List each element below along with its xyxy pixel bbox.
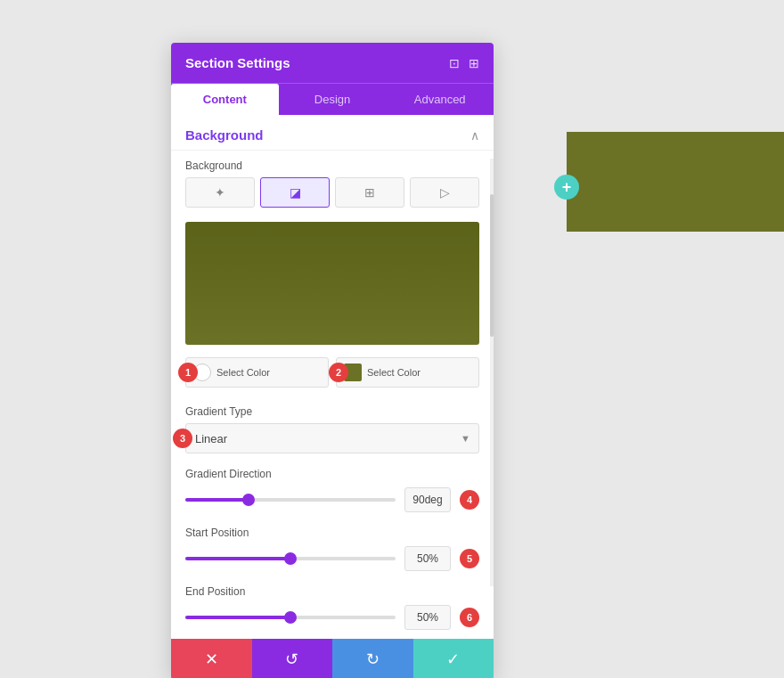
- gradient-direction-row: 90deg 4: [185, 487, 479, 512]
- action-bar: ✕ ↺ ↻ ✓: [171, 639, 494, 678]
- section-settings-panel: Section Settings ⊡ ⊞ Content Design Adva…: [171, 43, 494, 678]
- color2-badge: 2: [329, 363, 348, 382]
- gradient-preview: [185, 222, 479, 345]
- end-position-thumb[interactable]: [284, 611, 297, 624]
- tabs-bar: Content Design Advanced: [171, 83, 494, 115]
- canvas-preview: [567, 132, 784, 232]
- scroll-indicator: [490, 159, 494, 586]
- color1-select-button[interactable]: Select Color: [185, 357, 329, 388]
- bg-type-image[interactable]: ⊞: [335, 177, 404, 208]
- redo-button[interactable]: ↻: [332, 639, 413, 678]
- add-section-button[interactable]: +: [554, 175, 579, 200]
- end-position-value[interactable]: 50%: [404, 605, 451, 630]
- background-section-heading: Background ∧: [171, 115, 494, 151]
- gradient-direction-fill: [185, 498, 249, 502]
- gradient-direction-badge: 4: [460, 490, 479, 510]
- gradient-type-select[interactable]: Linear Radial: [185, 423, 479, 453]
- start-position-track[interactable]: [185, 557, 396, 560]
- tab-design[interactable]: Design: [279, 84, 387, 115]
- start-position-badge: 5: [460, 549, 479, 568]
- expand-icon[interactable]: ⊡: [449, 56, 460, 70]
- end-position-badge: 6: [460, 608, 479, 627]
- panel-title: Section Settings: [185, 55, 290, 70]
- color2-select-button[interactable]: Select Color: [336, 357, 479, 388]
- start-position-thumb[interactable]: [284, 552, 297, 565]
- bg-type-gradient[interactable]: ◪: [260, 177, 330, 208]
- color-selectors-row: 1 Select Color 2 Select Color: [171, 357, 494, 400]
- background-label: Background: [171, 151, 494, 177]
- gradient-type-badge: 3: [173, 429, 192, 448]
- gradient-direction-track[interactable]: [185, 498, 396, 502]
- sidebar-icon[interactable]: ⊞: [469, 56, 479, 70]
- bg-type-row: ✦ ◪ ⊞ ▷: [171, 177, 494, 216]
- background-section-title: Background: [185, 127, 264, 143]
- start-position-fill: [185, 557, 290, 560]
- gradient-direction-value[interactable]: 90deg: [404, 487, 451, 512]
- color1-label: Select Color: [216, 367, 270, 378]
- panel-body: Background ∧ Background ✦ ◪ ⊞ ▷ 1 Select…: [171, 115, 494, 678]
- start-position-value[interactable]: 50%: [404, 546, 451, 571]
- gradient-type-field: Gradient Type 3 Linear Radial ▼: [171, 400, 494, 462]
- end-position-row: 50% 6: [185, 605, 479, 630]
- gradient-direction-thumb[interactable]: [242, 494, 255, 506]
- start-position-label: Start Position: [185, 527, 479, 539]
- end-position-field: End Position 50% 6: [171, 580, 494, 639]
- bg-type-video[interactable]: ▷: [410, 177, 479, 208]
- scroll-thumb[interactable]: [490, 194, 494, 337]
- end-position-label: End Position: [185, 585, 479, 598]
- color2-label: Select Color: [367, 367, 421, 378]
- gradient-type-select-wrapper: 3 Linear Radial ▼: [185, 423, 479, 453]
- gradient-direction-label: Gradient Direction: [185, 468, 479, 480]
- collapse-icon[interactable]: ∧: [470, 128, 479, 143]
- end-position-fill: [185, 616, 290, 619]
- start-position-row: 50% 5: [185, 546, 479, 571]
- reset-button[interactable]: ↺: [252, 639, 333, 678]
- end-position-track[interactable]: [185, 616, 396, 619]
- tab-content[interactable]: Content: [171, 84, 279, 115]
- gradient-direction-field: Gradient Direction 90deg 4: [171, 462, 494, 521]
- tab-advanced[interactable]: Advanced: [386, 84, 494, 115]
- cancel-button[interactable]: ✕: [171, 639, 252, 678]
- panel-header: Section Settings ⊡ ⊞: [171, 43, 494, 83]
- panel-header-icons: ⊡ ⊞: [449, 56, 479, 70]
- start-position-field: Start Position 50% 5: [171, 521, 494, 580]
- bg-type-none[interactable]: ✦: [185, 177, 255, 208]
- color1-badge: 1: [178, 363, 198, 382]
- gradient-type-label: Gradient Type: [185, 405, 479, 418]
- confirm-button[interactable]: ✓: [413, 639, 494, 678]
